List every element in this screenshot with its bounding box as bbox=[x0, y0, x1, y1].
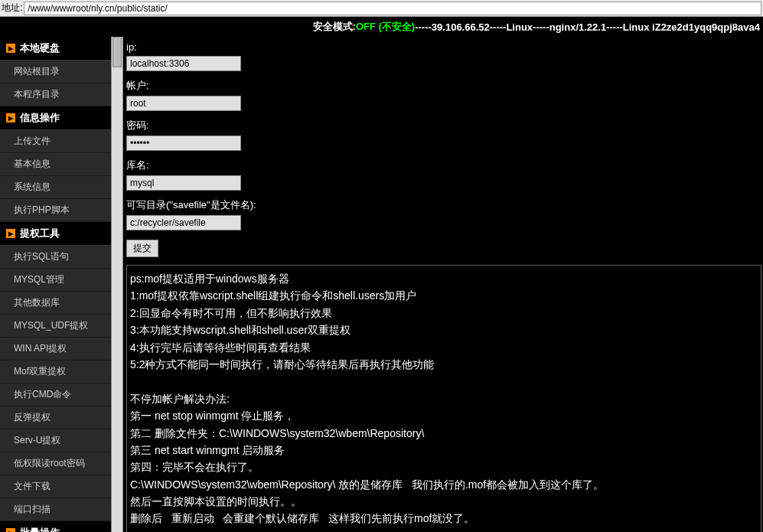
password-input[interactable] bbox=[126, 135, 241, 151]
nav-section-title: 批量操作 bbox=[20, 526, 60, 532]
help-line: 3:本功能支持wscript.shell和shell.user双重提权 bbox=[130, 321, 758, 338]
nav-item[interactable]: WIN API提权 bbox=[0, 338, 111, 361]
dir-label: 可写目录("savefile"是文件名): bbox=[126, 195, 761, 214]
status-sep: ----- bbox=[490, 21, 507, 33]
help-line: 5:2种方式不能同一时间执行，请耐心等待结果后再执行其他功能 bbox=[130, 356, 758, 373]
nav-item[interactable]: 本程序目录 bbox=[0, 83, 111, 106]
nav-item[interactable]: 执行CMD命令 bbox=[0, 383, 111, 406]
nav-section-title: 提权工具 bbox=[20, 227, 60, 240]
help-line: 4:执行完毕后请等待些时间再查看结果 bbox=[130, 339, 758, 356]
submit-button[interactable]: 提交 bbox=[126, 240, 158, 257]
status-bar: 安全模式: OFF (不安全) ----- 39.106.66.52 -----… bbox=[0, 17, 763, 37]
status-sep: ----- bbox=[533, 21, 549, 33]
nav-section-header[interactable]: ▶批量操作 bbox=[0, 521, 111, 532]
nav-item[interactable]: Mof双重提权 bbox=[0, 361, 111, 383]
nav-item[interactable]: 其他数据库 bbox=[0, 292, 111, 315]
nav-item[interactable]: 网站根目录 bbox=[0, 60, 111, 83]
nav-section-header[interactable]: ▶提权工具 bbox=[0, 222, 111, 246]
nav-item[interactable]: 系统信息 bbox=[0, 176, 111, 199]
help-line: 不停加帐户解决办法: bbox=[130, 390, 758, 407]
status-sep: ----- bbox=[606, 21, 623, 33]
nav-item[interactable]: 端口扫描 bbox=[0, 498, 111, 521]
nav-item[interactable]: 文件下载 bbox=[0, 475, 111, 498]
arrow-icon: ▶ bbox=[6, 528, 15, 532]
address-label: 地址: bbox=[2, 2, 22, 15]
nav-item[interactable]: 执行SQL语句 bbox=[0, 246, 111, 269]
nav-section-header[interactable]: ▶信息操作 bbox=[0, 106, 111, 130]
status-host: Linux iZ2ze2d1yqq9qpj8ava4 bbox=[623, 21, 760, 33]
help-line: 删除后 重新启动 会重建个默认储存库 这样我们先前执行mof就没了。 bbox=[130, 510, 758, 527]
help-text: ps:mof提权适用于windows服务器1:mof提权依靠wscript.sh… bbox=[126, 265, 761, 532]
help-line: ps:mof提权适用于windows服务器 bbox=[130, 270, 758, 287]
help-line: 2:回显命令有时不可用，但不影响执行效果 bbox=[130, 305, 758, 321]
user-input[interactable] bbox=[126, 96, 241, 111]
arrow-icon: ▶ bbox=[6, 44, 15, 53]
nav-item[interactable]: 反弹提权 bbox=[0, 406, 111, 429]
help-line: 然后一直按脚本设置的时间执行。。 bbox=[130, 493, 758, 510]
security-mode-label: 安全模式: bbox=[313, 20, 356, 34]
nav-section-header[interactable]: ▶本地硬盘 bbox=[0, 37, 111, 60]
dir-input[interactable] bbox=[126, 215, 241, 230]
nav-item[interactable]: MYSQL管理 bbox=[0, 269, 111, 292]
arrow-icon: ▶ bbox=[6, 113, 15, 122]
nav-section-title: 信息操作 bbox=[20, 111, 60, 125]
main-content: ip: 帐户: 密码: 库名: 可写目录("savefile"是文件名): 提交… bbox=[123, 37, 763, 532]
status-server: nginx/1.22.1 bbox=[549, 21, 606, 33]
nav-item[interactable]: 基本信息 bbox=[0, 153, 111, 176]
nav-section-title: 本地硬盘 bbox=[20, 41, 60, 55]
ip-input[interactable] bbox=[126, 56, 241, 71]
security-mode-value: OFF (不安全) bbox=[356, 20, 415, 34]
ip-label: ip: bbox=[126, 38, 761, 54]
help-line: 第二 删除文件夹：C:\WINDOWS\system32\wbem\Reposi… bbox=[130, 425, 758, 442]
address-input[interactable] bbox=[24, 2, 761, 15]
nav-item[interactable]: 低权限读root密码 bbox=[0, 452, 111, 475]
nav-item[interactable]: MYSQL_UDF提权 bbox=[0, 315, 111, 338]
nav-item[interactable]: Serv-U提权 bbox=[0, 429, 111, 452]
nav-item[interactable]: 上传文件 bbox=[0, 130, 111, 153]
help-line: 第三 net start winmgmt 启动服务 bbox=[130, 442, 758, 459]
help-line: 第四：完毕不会在执行了。 bbox=[130, 459, 758, 475]
status-os: Linux bbox=[506, 21, 533, 33]
status-sep: ----- bbox=[415, 21, 432, 33]
user-label: 帐户: bbox=[126, 76, 761, 94]
db-label: 库名: bbox=[126, 155, 761, 174]
help-line: 1:mof提权依靠wscript.shell组建执行命令和shell.users… bbox=[130, 287, 758, 304]
password-label: 密码: bbox=[126, 116, 761, 134]
sidebar-scrollbar[interactable] bbox=[111, 37, 123, 532]
scrollbar-thumb[interactable] bbox=[112, 37, 122, 67]
arrow-icon: ▶ bbox=[6, 229, 15, 238]
help-line: C:\WINDOWS\system32\wbem\Repository\ 放的是… bbox=[130, 476, 758, 493]
status-ip: 39.106.66.52 bbox=[432, 21, 490, 33]
help-line: 第一 net stop winmgmt 停止服务， bbox=[130, 407, 758, 424]
sidebar: ▶本地硬盘网站根目录本程序目录▶信息操作上传文件基本信息系统信息执行PHP脚本▶… bbox=[0, 37, 111, 532]
nav-item[interactable]: 执行PHP脚本 bbox=[0, 199, 111, 222]
help-line bbox=[130, 373, 758, 390]
address-bar: 地址: bbox=[0, 0, 763, 17]
db-input[interactable] bbox=[126, 175, 241, 191]
